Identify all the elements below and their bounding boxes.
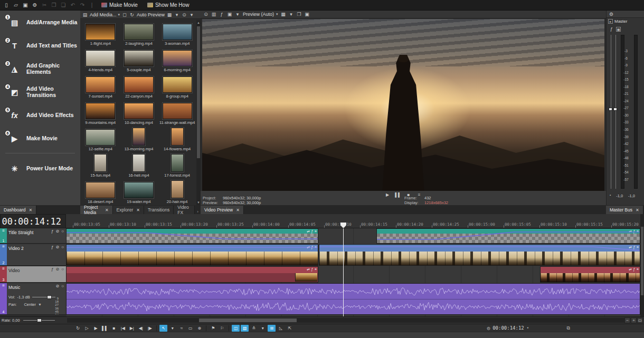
track-color-strip[interactable]: ≡2 bbox=[0, 244, 7, 265]
media-item[interactable]: 5-couple.mp4 bbox=[120, 46, 158, 72]
clip-button-icon[interactable]: ⇄ bbox=[629, 267, 631, 272]
dashboard-item-make-movie[interactable]: ▶6Make Movie bbox=[0, 127, 80, 150]
title-clip[interactable]: ⇄ƒ≡ bbox=[66, 228, 318, 244]
tab-close-icon[interactable]: ✕ bbox=[636, 208, 639, 213]
preview-quality-dropdown[interactable]: Preview (Auto) bbox=[243, 12, 274, 17]
play-from-start-button[interactable]: ▷ bbox=[83, 325, 91, 332]
playhead-marker[interactable] bbox=[340, 223, 346, 228]
media-item[interactable]: 11-strange-wall.mp4 bbox=[158, 99, 196, 125]
previous-frame-button[interactable]: ◀| bbox=[137, 325, 145, 332]
timeline-time-display[interactable]: 00:00:14:12 bbox=[0, 214, 66, 228]
track-header-video-2[interactable]: ≡2Video 2ƒ⊘○ bbox=[0, 244, 66, 266]
play-icon[interactable]: ▶ bbox=[384, 191, 391, 198]
media-item[interactable]: 16-heli.mp4 bbox=[120, 152, 158, 178]
envelope-line[interactable] bbox=[67, 245, 318, 252]
track-color-strip[interactable]: ≡1 bbox=[0, 228, 7, 243]
pause-button[interactable]: ▌▌ bbox=[101, 325, 109, 332]
playhead-line[interactable] bbox=[343, 228, 344, 316]
redo-icon[interactable]: ↷ bbox=[78, 1, 87, 9]
cut-icon[interactable]: ✂ bbox=[40, 1, 49, 9]
media-item[interactable]: 15-fun.mp4 bbox=[81, 152, 120, 178]
views-icon[interactable]: ▦ bbox=[166, 12, 173, 18]
search-icon[interactable]: ⊙ bbox=[181, 12, 187, 18]
volume-fader-right[interactable] bbox=[613, 108, 617, 111]
dashboard-item-add-arrange-media[interactable]: ▤1Add/Arrange Media bbox=[0, 11, 80, 34]
go-to-end-button[interactable]: ▶| bbox=[128, 325, 136, 332]
overlay-icon[interactable]: ▣ bbox=[226, 11, 233, 17]
timeline-tracks-area[interactable]: ⇄ƒ≡⇄ƒ≡⇄ƒ≡⇄ƒ≡⇄ƒ≡⇄ƒ≡ bbox=[66, 228, 640, 316]
tab-close-icon[interactable]: ✕ bbox=[136, 208, 140, 213]
power-user-mode-button[interactable]: ✳Power User Mode bbox=[0, 157, 80, 180]
mute-icon[interactable]: ⊘ bbox=[55, 284, 59, 288]
cursor-time-display[interactable]: ◎ 00:00:14:12 ▾ bbox=[487, 325, 529, 331]
track-header-title-straight[interactable]: ≡1Title Straightƒ⊘○ bbox=[0, 228, 66, 244]
rate-slider[interactable] bbox=[23, 320, 55, 321]
mute-icon[interactable]: ⊘ bbox=[55, 267, 59, 272]
video2-clip[interactable]: ⇄ƒ≡ bbox=[66, 244, 318, 266]
insert-region-button[interactable]: ⚐ bbox=[218, 325, 226, 332]
add-media-button[interactable]: ▤ Add Media... ▾ bbox=[82, 12, 120, 18]
media-item[interactable]: 17-forrest.mp4 bbox=[158, 152, 196, 178]
paste-icon[interactable]: ❏ bbox=[59, 1, 68, 9]
media-item[interactable]: 1-flight.mp4 bbox=[81, 20, 120, 46]
scroll-down-icon[interactable]: ▼ bbox=[196, 200, 201, 205]
edit-tool-caret[interactable]: ▾ bbox=[168, 325, 176, 332]
media-item[interactable]: 6-morning.mp4 bbox=[158, 46, 196, 72]
tab-project-media[interactable]: Project Media✕ bbox=[80, 206, 113, 214]
media-item[interactable]: 4-friends.mp4 bbox=[81, 46, 120, 72]
tab-video-preview[interactable]: Video Preview✕ bbox=[201, 206, 244, 214]
volume-knob[interactable] bbox=[47, 295, 52, 299]
music-waveform[interactable] bbox=[67, 284, 640, 314]
lock-envelopes-button[interactable]: ▧ bbox=[241, 325, 249, 332]
media-scroll-thumb[interactable] bbox=[197, 26, 200, 158]
media-item[interactable]: 18-desert.mp4 bbox=[81, 178, 120, 204]
media-item[interactable]: 8-group.mp4 bbox=[158, 73, 196, 99]
project-properties-icon[interactable]: ⊙ bbox=[203, 11, 209, 17]
auto-ripple-button[interactable]: ◫ bbox=[232, 325, 240, 332]
track-header-video[interactable]: ≡3Videoƒ⊘○ bbox=[0, 266, 66, 283]
track-color-strip[interactable]: ≡3 bbox=[0, 266, 7, 282]
clip-button-icon[interactable]: ≡ bbox=[637, 267, 639, 272]
zoom-in-button[interactable]: + bbox=[631, 317, 637, 323]
overlay-caret-icon[interactable]: ▾ bbox=[234, 11, 241, 17]
clip-buttons[interactable]: ⇄ƒ≡ bbox=[307, 267, 317, 272]
clip-button-icon[interactable]: ≡ bbox=[315, 267, 317, 272]
timeline-ruler[interactable]: 00:00:13:0500:00:13:1000:00:13:1500:00:1… bbox=[66, 214, 640, 228]
auto-preview-label[interactable]: Auto Preview bbox=[137, 12, 165, 17]
title-clip[interactable]: ⇄ƒ≡ bbox=[376, 228, 640, 244]
snapping-caret[interactable]: ▾ bbox=[259, 325, 267, 332]
pause-icon[interactable]: ▌▌ bbox=[395, 191, 401, 198]
automation-icon[interactable]: ƒ bbox=[51, 267, 53, 272]
more-caret-icon[interactable]: ▾ bbox=[188, 12, 195, 18]
dashboard-item-add-video-transitions[interactable]: ◩4Add Video Transitions bbox=[0, 80, 80, 103]
start-preview-icon[interactable]: ◻ bbox=[121, 12, 128, 18]
copy-icon[interactable]: ❐ bbox=[50, 1, 58, 9]
quantize-frames-button[interactable]: ⊞ bbox=[268, 325, 276, 332]
video-fx-icon[interactable]: ƒ bbox=[219, 11, 225, 17]
tab-explorer[interactable]: Explorer✕ bbox=[113, 206, 144, 214]
video-clip[interactable]: ⇄ƒ≡ bbox=[540, 266, 640, 283]
automation-icon[interactable]: ƒ bbox=[51, 229, 53, 234]
tab-overflow-icon[interactable]: › bbox=[195, 209, 201, 214]
grid-icon[interactable]: ▦ bbox=[280, 11, 287, 17]
media-item[interactable]: 2-laughing.mp4 bbox=[120, 20, 158, 46]
properties-icon[interactable]: ⚙ bbox=[31, 1, 39, 9]
automation-icon[interactable]: ƒ bbox=[51, 245, 53, 249]
zoom-tool-button[interactable]: ⊕ bbox=[195, 325, 203, 332]
timeline-vscrollbar[interactable] bbox=[640, 214, 644, 316]
event-fades-button[interactable]: ◺ bbox=[277, 325, 285, 332]
track-header-music[interactable]: ≡4Music⊘○Vol:-1,3 dBPan:Center▼918273645… bbox=[0, 283, 66, 315]
scroll-up-icon[interactable]: ▲ bbox=[196, 20, 201, 25]
media-item[interactable]: 13-morning.mp4 bbox=[120, 125, 158, 151]
make-movie-button[interactable]: Make Movie bbox=[97, 1, 142, 10]
volume-fader-left[interactable] bbox=[609, 108, 612, 111]
media-item[interactable]: 19-water.mp4 bbox=[120, 178, 158, 204]
master-insert-fx-icon[interactable]: ▦ bbox=[616, 27, 621, 32]
zoom-fit-button[interactable]: ▭ bbox=[637, 317, 643, 323]
clip-button-icon[interactable]: ⇄ bbox=[307, 267, 309, 272]
envelope-line[interactable] bbox=[67, 228, 318, 243]
video2-clip[interactable]: ⇄ƒ≡ bbox=[319, 244, 640, 266]
pan-caret-icon[interactable]: ▼ bbox=[38, 303, 42, 306]
dashboard-item-add-text-and-titles[interactable]: T2Add Text and Titles bbox=[0, 34, 80, 57]
zoom-out-button[interactable]: − bbox=[624, 317, 630, 323]
